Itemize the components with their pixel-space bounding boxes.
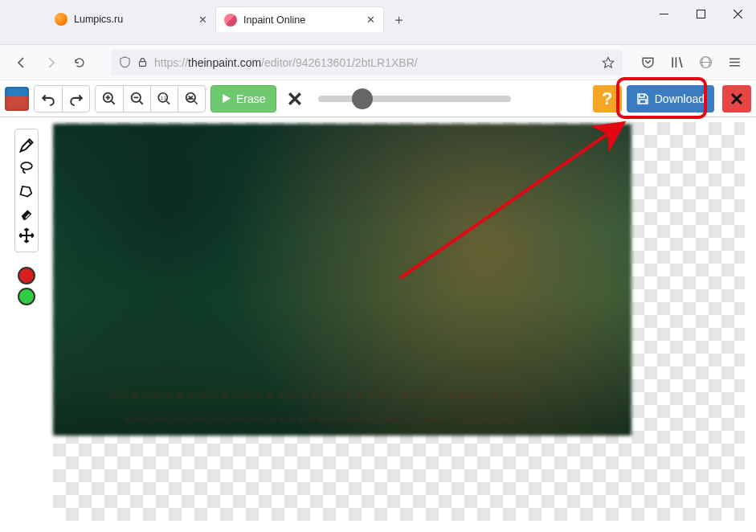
slider-thumb[interactable] — [352, 88, 373, 109]
zoom-fit-button[interactable] — [178, 86, 205, 112]
new-tab-button[interactable]: ＋ — [387, 8, 410, 31]
url-field[interactable]: https://theinpaint.com/editor/942613601/… — [111, 50, 623, 76]
reload-button[interactable] — [67, 51, 92, 75]
app-logo[interactable] — [5, 87, 29, 111]
lumpics-favicon — [55, 13, 67, 26]
url-text: https://theinpaint.com/editor/942613601/… — [154, 56, 418, 69]
color-swatches — [14, 267, 39, 305]
back-button[interactable] — [10, 51, 34, 75]
play-icon — [221, 93, 231, 104]
polygon-tool[interactable] — [15, 179, 38, 202]
mask-color-red[interactable] — [18, 267, 35, 284]
mask-color-green[interactable] — [18, 288, 35, 305]
save-icon — [636, 92, 649, 105]
address-bar: https://theinpaint.com/editor/942613601/… — [0, 45, 756, 80]
menu-icon[interactable] — [722, 51, 746, 75]
download-button[interactable]: Download — [627, 85, 714, 113]
svg-text:1:1: 1:1 — [160, 95, 166, 100]
library-icon[interactable] — [664, 51, 689, 75]
zoom-out-button[interactable] — [123, 86, 150, 112]
eraser-tool[interactable] — [15, 202, 38, 224]
erase-label: Erase — [236, 92, 266, 105]
svg-rect-0 — [697, 10, 705, 18]
close-editor-button[interactable] — [722, 85, 751, 113]
close-tab-icon[interactable]: ✕ — [198, 14, 207, 26]
marker-tool[interactable] — [15, 134, 38, 157]
pocket-icon[interactable] — [635, 51, 660, 75]
lasso-tool[interactable] — [15, 157, 38, 179]
svg-rect-1 — [139, 62, 145, 67]
working-image[interactable] — [53, 124, 631, 436]
canvas-area[interactable] — [53, 122, 745, 521]
tab-inpaint[interactable]: Inpaint Online ✕ — [215, 6, 384, 32]
zoom-actual-button[interactable]: 1:1 — [150, 86, 178, 112]
tab-title: Lumpics.ru — [74, 14, 123, 25]
browser-chrome: Lumpics.ru ✕ Inpaint Online ✕ ＋ — [0, 0, 756, 45]
zoom-group: 1:1 — [95, 85, 206, 113]
help-button[interactable]: ? — [593, 85, 622, 113]
tab-strip: Lumpics.ru ✕ Inpaint Online ✕ ＋ — [0, 0, 756, 29]
shield-icon — [119, 56, 131, 68]
close-window-button[interactable] — [719, 0, 756, 27]
minimize-button[interactable] — [645, 0, 682, 27]
zoom-in-button[interactable] — [96, 86, 123, 112]
download-label: Download — [655, 92, 705, 105]
maximize-button[interactable] — [682, 0, 719, 27]
app-toolbar: 1:1 Erase ? Download — [0, 80, 756, 117]
lock-icon — [137, 57, 148, 68]
erase-button[interactable]: Erase — [210, 85, 276, 113]
tab-lumpics[interactable]: Lumpics.ru ✕ — [47, 6, 215, 32]
bookmark-star-icon[interactable] — [602, 56, 615, 69]
undo-button[interactable] — [35, 86, 62, 112]
account-icon[interactable] — [693, 51, 717, 75]
svg-point-8 — [21, 162, 32, 170]
tab-title: Inpaint Online — [243, 14, 305, 26]
side-toolbar — [14, 129, 39, 252]
forward-button[interactable] — [39, 51, 63, 75]
brush-size-slider[interactable] — [318, 96, 511, 102]
help-label: ? — [602, 88, 612, 109]
inpaint-favicon — [224, 14, 237, 27]
cancel-button[interactable] — [281, 85, 309, 113]
window-controls — [645, 0, 756, 27]
undo-redo-group — [34, 85, 90, 113]
redo-button[interactable] — [62, 86, 89, 112]
move-tool[interactable] — [15, 224, 38, 247]
close-tab-icon[interactable]: ✕ — [366, 14, 375, 26]
